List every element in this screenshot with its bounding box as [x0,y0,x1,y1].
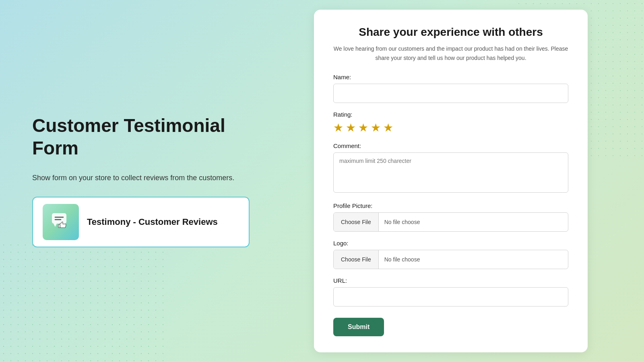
page-title: Customer Testimonial Form [32,115,250,159]
star-4[interactable]: ★ [371,121,381,134]
url-group: URL: [333,277,568,306]
star-1[interactable]: ★ [333,121,343,134]
profile-picture-label: Profile Picture: [333,202,568,209]
form-subtitle: We love hearing from our customers and t… [333,44,568,62]
form-title: Share your experience with others [333,26,568,39]
plugin-card-name: Testimony - Customer Reviews [87,217,218,227]
plugin-icon [43,204,79,240]
star-3[interactable]: ★ [358,121,368,134]
rating-label: Rating: [333,111,568,118]
svg-rect-0 [52,213,66,224]
form-card: Share your experience with others We lov… [314,10,588,352]
name-input[interactable] [333,84,568,103]
left-panel: Customer Testimonial Form Show form on y… [0,90,274,271]
profile-picture-group: Profile Picture: Choose File No file cho… [333,202,568,232]
svg-marker-3 [54,224,57,227]
right-panel: Share your experience with others We lov… [274,2,644,360]
page-description: Show form on your store to collect revie… [32,172,250,184]
star-5[interactable]: ★ [383,121,393,134]
logo-file-wrapper: Choose File No file choose [333,250,568,269]
star-rating[interactable]: ★ ★ ★ ★ ★ [333,121,568,134]
name-group: Name: [333,74,568,103]
comment-textarea[interactable] [333,152,568,193]
comment-group: Comment: [333,142,568,194]
url-label: URL: [333,277,568,284]
logo-choose-button[interactable]: Choose File [334,250,379,269]
url-input[interactable] [333,287,568,306]
name-label: Name: [333,74,568,80]
profile-picture-filename: No file choose [379,219,568,225]
profile-picture-file-wrapper: Choose File No file choose [333,212,568,232]
submit-button[interactable]: Submit [333,318,384,336]
svg-rect-4 [58,224,60,228]
logo-group: Logo: Choose File No file choose [333,240,568,269]
profile-picture-choose-button[interactable]: Choose File [334,213,379,231]
plugin-card[interactable]: Testimony - Customer Reviews [32,197,250,247]
comment-label: Comment: [333,142,568,149]
logo-filename: No file choose [379,256,568,263]
rating-group: Rating: ★ ★ ★ ★ ★ [333,111,568,134]
logo-label: Logo: [333,240,568,247]
star-2[interactable]: ★ [346,121,356,134]
